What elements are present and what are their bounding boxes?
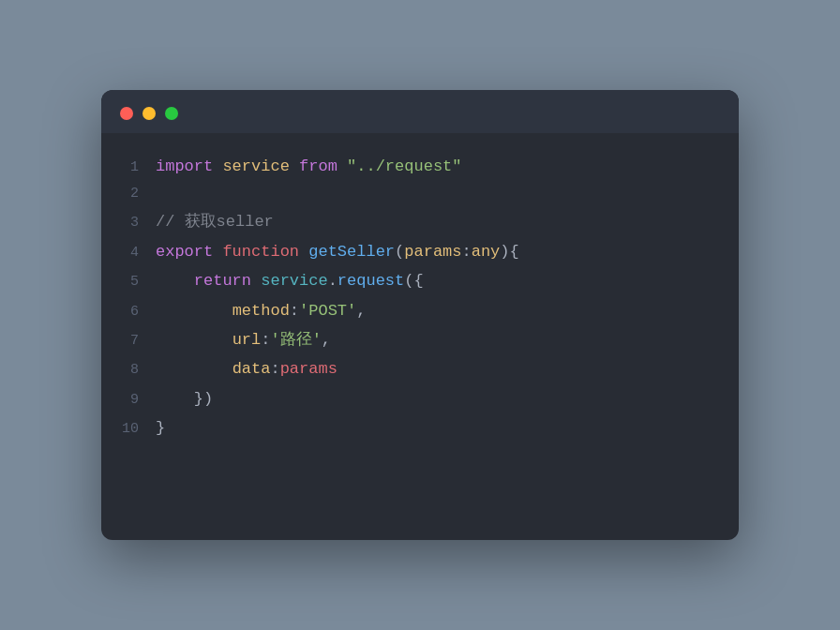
token: url <box>232 331 262 349</box>
token: , <box>322 331 331 349</box>
code-line: 6 method:'POST', <box>120 296 720 325</box>
line-number: 5 <box>120 269 156 295</box>
maximize-button[interactable] <box>165 107 178 120</box>
token: 'POST' <box>299 302 356 320</box>
token: import <box>156 158 222 175</box>
code-line: 7 url:'路径', <box>120 325 720 354</box>
line-content: // 获取seller <box>156 207 274 236</box>
line-content: return service.request({ <box>156 266 424 295</box>
token: // 获取seller <box>156 213 274 231</box>
token: : <box>290 302 299 320</box>
token: ({ <box>404 272 423 290</box>
line-number: 1 <box>120 155 156 181</box>
token: '路径' <box>270 331 321 349</box>
token: service <box>261 272 327 290</box>
token <box>156 302 232 320</box>
token: service <box>222 158 299 175</box>
token: }) <box>194 390 213 408</box>
token <box>156 331 232 349</box>
code-line: 5 return service.request({ <box>120 266 720 295</box>
code-line: 10} <box>120 413 720 442</box>
line-number: 10 <box>120 416 156 442</box>
line-content: method:'POST', <box>156 296 366 325</box>
token: : <box>270 360 279 378</box>
minimize-button[interactable] <box>142 107 156 120</box>
token: : <box>261 331 270 349</box>
token: params <box>404 243 461 261</box>
line-content: } <box>156 413 165 442</box>
line-content: import service from "../request" <box>156 152 461 181</box>
token: return <box>194 272 261 290</box>
token <box>156 272 194 290</box>
line-content: }) <box>156 384 213 413</box>
titlebar <box>101 90 739 133</box>
line-content: data:params <box>156 354 338 383</box>
code-line: 1import service from "../request" <box>120 152 720 181</box>
token: : <box>462 243 472 261</box>
token: "../request" <box>347 158 461 175</box>
code-line: 4export function getSeller(params:any){ <box>120 237 720 266</box>
code-line: 2 <box>120 181 720 207</box>
code-line: 3// 获取seller <box>120 207 720 236</box>
token: , <box>356 302 366 320</box>
token: ){ <box>500 243 518 261</box>
line-number: 6 <box>120 299 156 325</box>
line-number: 7 <box>120 328 156 354</box>
token: getSeller <box>308 243 395 261</box>
line-number: 4 <box>120 240 156 266</box>
code-line: 8 data:params <box>120 354 720 383</box>
line-number: 2 <box>120 181 156 207</box>
token: function <box>222 243 308 261</box>
token <box>156 360 232 378</box>
line-content: url:'路径', <box>156 325 331 354</box>
close-button[interactable] <box>120 107 133 120</box>
token: params <box>280 360 338 378</box>
line-number: 3 <box>120 210 156 236</box>
token: data <box>232 360 271 378</box>
token: export <box>156 243 222 261</box>
token: ( <box>395 243 404 261</box>
line-number: 9 <box>120 387 156 413</box>
token: any <box>472 243 501 261</box>
token: request <box>338 272 404 290</box>
code-editor: 1import service from "../request"23// 获取… <box>101 133 739 472</box>
line-number: 8 <box>120 357 156 383</box>
editor-window: 1import service from "../request"23// 获取… <box>101 90 739 540</box>
token: } <box>156 419 165 437</box>
token <box>156 390 194 408</box>
token: . <box>328 272 338 290</box>
code-line: 9 }) <box>120 384 720 413</box>
token: method <box>232 302 290 320</box>
token: from <box>299 158 347 175</box>
line-content: export function getSeller(params:any){ <box>156 237 519 266</box>
